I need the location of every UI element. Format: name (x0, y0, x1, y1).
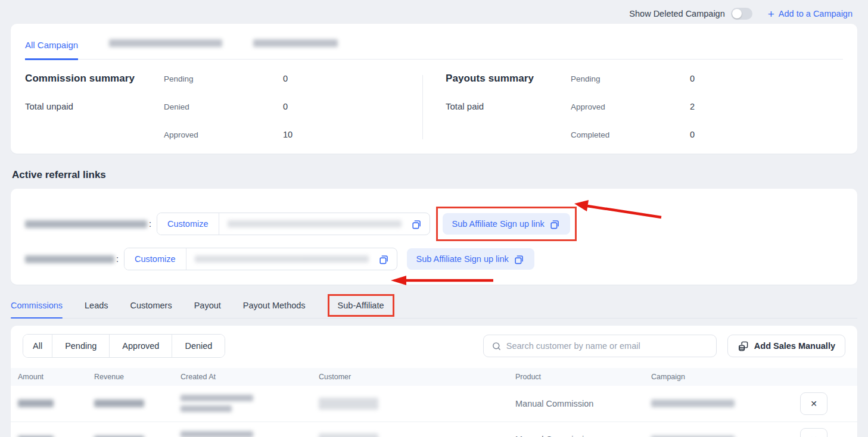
search-icon (491, 341, 502, 351)
toggle-knob (732, 9, 742, 18)
coins-icon (738, 341, 749, 352)
total-paid-label: Total paid (446, 101, 571, 111)
campaign-tabs: All Campaign (25, 24, 843, 60)
tab-leads[interactable]: Leads (85, 292, 108, 318)
top-bar: Show Deleted Campaign + Add to a Campaig… (0, 0, 868, 24)
section-tabs: Commissions Leads Customers Payout Payou… (11, 292, 857, 319)
add-sales-manually-button[interactable]: Add Sales Manually (727, 335, 845, 357)
plus-icon: + (768, 8, 774, 20)
filter-denied[interactable]: Denied (172, 335, 225, 357)
delete-commission-button[interactable]: ✕ (800, 428, 827, 437)
sub-affiliate-signup-link-label: Sub Affiliate Sign up link (416, 254, 509, 264)
blurred-campaign-name (25, 220, 147, 228)
table-row: Manual Commission ✕ (11, 422, 857, 437)
referral-row-2: : Customize Sub Affiliate Sign up link (25, 248, 843, 270)
blurred-customer (319, 398, 378, 410)
col-revenue: Revenue (87, 368, 173, 386)
filter-approved[interactable]: Approved (110, 335, 172, 357)
col-customer: Customer (312, 368, 508, 386)
stat-value: 0 (690, 130, 695, 139)
table-header-row: Amount Revenue Created At Customer Produ… (11, 368, 857, 386)
stat-row: Approved 2 (571, 102, 843, 111)
copy-icon (378, 254, 390, 265)
copy-link-button[interactable] (410, 218, 430, 230)
blurred-amount (18, 399, 54, 407)
payouts-summary-title: Payouts summary (446, 73, 571, 85)
stat-row: Pending 0 (164, 74, 422, 83)
col-created-at: Created At (173, 368, 312, 386)
stat-value: 2 (690, 102, 695, 111)
sub-affiliate-signup-link-button[interactable]: Sub Affiliate Sign up link (443, 213, 570, 235)
close-icon: ✕ (810, 435, 817, 437)
add-to-campaign-button[interactable]: + Add to a Campaign (768, 8, 853, 20)
col-campaign: Campaign (644, 368, 793, 386)
referral-link-field[interactable] (186, 255, 377, 263)
product-cell: Manual Commission (508, 422, 644, 437)
commission-summary-title: Commission summary (25, 73, 164, 85)
stat-row: Completed 0 (571, 130, 843, 139)
blurred-date (181, 395, 253, 401)
table-row: Manual Commission ✕ (11, 386, 857, 422)
search-input[interactable] (506, 341, 708, 351)
tab-payout-methods[interactable]: Payout Methods (243, 292, 306, 318)
tab-commissions[interactable]: Commissions (11, 292, 63, 318)
blurred-campaign (651, 399, 735, 407)
campaign-summary-card: All Campaign Commission summary Total un… (11, 24, 857, 154)
copy-link-button[interactable] (377, 254, 397, 265)
referral-link-group: Customize (157, 213, 430, 235)
blurred-campaign-name (25, 255, 114, 263)
summary-row: Commission summary Total unpaid Pending … (25, 60, 843, 145)
blurred-customer (319, 433, 378, 437)
stat-value: 0 (690, 74, 695, 83)
commissions-card: All Pending Approved Denied Add Sales Ma… (11, 326, 857, 437)
colon-separator: : (116, 254, 119, 264)
referral-row-1: : Customize Sub Affiliate Sign up link (25, 207, 843, 241)
tab-campaign-blurred-2[interactable] (253, 39, 338, 47)
customer-search (483, 335, 717, 357)
blurred-revenue (94, 399, 144, 407)
total-unpaid-label: Total unpaid (25, 101, 164, 111)
tab-customers[interactable]: Customers (130, 292, 172, 318)
sub-affiliate-signup-link-button[interactable]: Sub Affiliate Sign up link (407, 248, 534, 270)
show-deleted-toggle[interactable] (731, 8, 752, 20)
show-deleted-toggle-group: Show Deleted Campaign (629, 8, 752, 20)
filter-pending[interactable]: Pending (52, 335, 110, 357)
stat-value: 0 (283, 102, 288, 111)
referral-link-field[interactable] (219, 220, 410, 227)
customize-button[interactable]: Customize (125, 248, 186, 270)
copy-icon (411, 218, 422, 230)
copy-icon (549, 218, 561, 230)
commissions-toolbar: All Pending Approved Denied Add Sales Ma… (23, 334, 845, 358)
payouts-summary: Payouts summary Total paid Pending 0 App… (423, 73, 843, 145)
stat-label: Pending (571, 74, 690, 83)
status-filter: All Pending Approved Denied (23, 334, 225, 358)
stat-label: Approved (164, 130, 283, 139)
tab-sub-affiliate[interactable]: Sub-Affiliate (328, 294, 394, 317)
stat-label: Completed (571, 130, 690, 139)
referral-links-card: : Customize Sub Affiliate Sign up link :… (11, 189, 857, 285)
filter-all[interactable]: All (23, 335, 52, 357)
tab-payout[interactable]: Payout (194, 292, 221, 318)
stat-value: 10 (283, 130, 293, 139)
tab-campaign-blurred-1[interactable] (109, 39, 222, 47)
col-actions (793, 368, 857, 386)
stat-label: Approved (571, 102, 690, 111)
tab-all-campaign[interactable]: All Campaign (25, 40, 78, 60)
delete-commission-button[interactable]: ✕ (800, 392, 827, 415)
colon-separator: : (149, 219, 151, 229)
blurred-date (181, 431, 253, 437)
commission-summary: Commission summary Total unpaid Pending … (25, 73, 422, 145)
referral-section-title: Active referral links (12, 169, 868, 181)
stat-row: Approved 10 (164, 130, 422, 139)
stat-row: Pending 0 (571, 74, 843, 83)
blurred-referral-url (228, 220, 402, 227)
customize-button[interactable]: Customize (157, 213, 219, 235)
referral-link-group: Customize (124, 248, 397, 270)
add-sales-label: Add Sales Manually (754, 341, 835, 351)
product-cell: Manual Commission (508, 386, 644, 422)
annotation-red-box: Sub Affiliate Sign up link (436, 207, 577, 241)
commissions-table: Amount Revenue Created At Customer Produ… (11, 368, 857, 437)
blurred-referral-url (195, 255, 369, 263)
stat-row: Denied 0 (164, 102, 422, 111)
affiliate-dashboard-page: Show Deleted Campaign + Add to a Campaig… (0, 0, 868, 437)
